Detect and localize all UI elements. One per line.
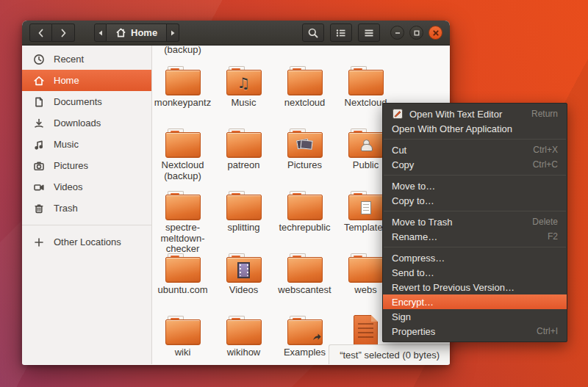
file-item[interactable]: nextcloud [274, 59, 335, 121]
selection-status-text: “test” selected (0 bytes) [340, 350, 440, 361]
file-label: Public [353, 160, 379, 171]
view-options-button[interactable] [330, 23, 352, 42]
forward-button[interactable] [52, 23, 75, 42]
sidebar-item-documents[interactable]: Documents [22, 91, 151, 112]
back-button[interactable] [29, 23, 52, 42]
menu-item-label: Sign [392, 311, 411, 322]
menu-item-revert-to-previous-version[interactable]: Revert to Previous Version… [383, 280, 567, 294]
file-item[interactable]: Pictures [274, 121, 335, 184]
menu-item-label: Copy [392, 159, 414, 170]
folder-icon [348, 129, 384, 158]
sidebar-item-home[interactable]: Home [22, 70, 151, 91]
menu-item-compress[interactable]: Compress… [383, 250, 567, 265]
menu-item-label: Compress… [392, 253, 445, 264]
file-item[interactable]: wikihow [213, 308, 274, 364]
file-item[interactable]: techrepublic [274, 184, 335, 246]
file-label: Templates [344, 223, 387, 234]
sidebar-item-music[interactable]: Music [22, 134, 151, 155]
close-icon [432, 29, 440, 37]
file-item[interactable]: ♫Music [213, 59, 274, 121]
document-icon [32, 96, 45, 108]
file-item[interactable]: webscantest [274, 246, 335, 308]
sidebar-item-pictures[interactable]: Pictures [22, 155, 151, 176]
search-button[interactable] [302, 23, 324, 42]
templates-emblem-icon [361, 201, 371, 214]
folder-icon [287, 129, 323, 158]
public-emblem-icon [360, 140, 372, 151]
folder-icon [226, 316, 262, 345]
menu-separator [384, 175, 566, 176]
file-label: splitting [227, 223, 259, 234]
sidebar-separator [22, 225, 151, 225]
sidebar-item-label: Trash [54, 203, 78, 214]
folder-icon [165, 129, 201, 158]
menu-item-shortcut: Ctrl+X [533, 145, 558, 155]
menu-item-open-with-text-editor[interactable]: Open With Text EditorReturn [383, 106, 567, 121]
sidebar-item-label: Home [54, 75, 79, 86]
file-item[interactable]: splitting [213, 184, 274, 246]
file-item[interactable]: wiki [152, 308, 213, 364]
maximize-icon [413, 29, 420, 37]
menu-item-label: Revert to Previous Version… [392, 282, 514, 293]
menu-item-copy-to[interactable]: Copy to… [383, 193, 567, 208]
window-controls [390, 26, 442, 40]
music-emblem-icon: ♫ [237, 74, 251, 92]
menu-item-rename[interactable]: Rename…F2 [383, 229, 567, 244]
sidebar-item-trash[interactable]: Trash [22, 198, 151, 219]
app-menu-button[interactable] [358, 23, 380, 42]
file-item[interactable]: Examples [274, 308, 335, 364]
file-item[interactable]: ubuntu.com [152, 246, 213, 308]
text-editor-icon [392, 108, 404, 120]
path-home-button[interactable]: Home [107, 23, 167, 42]
menu-item-move-to-trash[interactable]: Move to TrashDelete [383, 214, 567, 229]
file-label: ubuntu.com [158, 285, 208, 296]
menu-item-label: Move to… [392, 181, 435, 192]
path-current-label: Home [131, 27, 157, 38]
file-label: nextcloud [284, 98, 326, 109]
video-camera-icon [32, 181, 45, 193]
file-label: Music [232, 98, 257, 109]
file-label: techrepublic [279, 223, 330, 234]
menu-item-copy[interactable]: CopyCtrl+C [383, 157, 567, 172]
menu-separator [384, 139, 566, 140]
statusbar: “test” selected (0 bytes) [329, 344, 450, 364]
hamburger-icon [363, 27, 375, 39]
chevron-right-icon [57, 27, 69, 39]
sidebar: RecentHomeDocumentsDownloadsMusicPicture… [22, 46, 152, 364]
trash-icon [32, 203, 45, 214]
close-button[interactable] [429, 26, 442, 40]
path-next-button[interactable] [167, 23, 179, 42]
menu-item-sign[interactable]: Sign [383, 309, 567, 324]
selected-text-file-icon [348, 316, 384, 345]
sidebar-item-recent[interactable]: Recent [22, 48, 151, 70]
file-item[interactable]: spectre-meltdown-checker [152, 184, 213, 246]
menu-item-open-with-other-application[interactable]: Open With Other Application [383, 121, 567, 136]
file-label: wikihow [227, 347, 261, 358]
menu-item-properties[interactable]: PropertiesCtrl+I [383, 324, 567, 339]
file-label: webs [354, 285, 376, 296]
menu-item-encrypt[interactable]: Encrypt… [383, 294, 567, 309]
search-icon [307, 27, 319, 39]
plus-icon [32, 236, 45, 248]
folder-icon [287, 191, 323, 220]
folder-icon [165, 316, 201, 345]
sidebar-item-downloads[interactable]: Downloads [22, 112, 151, 134]
menu-item-move-to[interactable]: Move to… [383, 178, 567, 193]
menu-item-label: Copy to… [392, 195, 434, 206]
menu-item-send-to[interactable]: Send to… [383, 265, 567, 280]
menu-item-cut[interactable]: CutCtrl+X [383, 142, 567, 157]
file-item[interactable]: monkeypantz [152, 59, 213, 121]
file-item[interactable]: Nextcloud (backup) [152, 121, 213, 184]
folder-icon [348, 191, 384, 220]
menu-item-label: Rename… [392, 231, 437, 242]
folder-icon [226, 253, 262, 283]
sidebar-item-videos[interactable]: Videos [22, 176, 151, 198]
sidebar-item-label: Videos [54, 181, 83, 192]
file-item[interactable]: Videos [213, 246, 274, 308]
sidebar-item-other-locations[interactable]: Other Locations [22, 231, 151, 253]
minimize-button[interactable] [390, 26, 404, 40]
path-previous-button[interactable] [94, 23, 107, 42]
maximize-button[interactable] [409, 26, 423, 40]
file-item[interactable]: patreon [213, 121, 274, 184]
folder-icon [226, 191, 262, 220]
